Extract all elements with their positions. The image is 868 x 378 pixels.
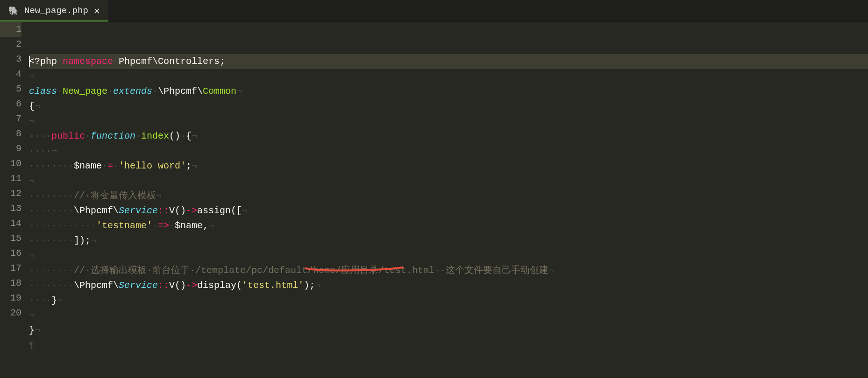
code-line[interactable]: ········//·将变量传入模板¬: [29, 189, 868, 203]
tab-new-page-php[interactable]: 🐘 New_page.php ✕: [0, 0, 108, 21]
code-line[interactable]: ········//·选择输出模板·前台位于·/template/pc/defa…: [29, 263, 868, 278]
code-line[interactable]: ········$name·=·'hello word';¬: [29, 159, 868, 174]
line-number: 14: [0, 216, 21, 231]
code-line[interactable]: ¬: [29, 248, 868, 263]
line-number: 8: [0, 126, 21, 141]
token-ws: ¬: [29, 71, 35, 82]
line-number: 3: [0, 52, 21, 67]
line-number-gutter: 1234567891011121314151617181920: [0, 22, 29, 353]
token-ws: ¬: [315, 280, 320, 291]
token-op: =: [107, 161, 113, 171]
token-punct: \Phpcmf\: [74, 205, 119, 216]
token-ws: ····: [29, 131, 51, 141]
code-line[interactable]: ····public·function·index()·{¬: [29, 129, 868, 144]
line-number: 4: [0, 67, 21, 82]
token-ws: ·: [57, 56, 63, 67]
code-line[interactable]: ¶: [29, 338, 868, 353]
token-comment: //·将变量传入模板: [74, 190, 156, 201]
token-var: $name: [175, 220, 203, 231]
token-servicecls: Service: [119, 280, 158, 291]
token-punct: assign([: [197, 205, 242, 216]
code-line[interactable]: ¬: [29, 69, 868, 84]
line-number: 10: [0, 156, 21, 171]
token-ws: ·: [113, 56, 119, 67]
token-funcname: index: [141, 131, 169, 141]
code-editor[interactable]: 1234567891011121314151617181920 <?php·na…: [0, 22, 868, 353]
line-number: 9: [0, 141, 21, 156]
line-number: 19: [0, 291, 21, 306]
token-ws: ·: [113, 161, 119, 171]
token-servicecls: Service: [119, 205, 158, 216]
token-ws: ¬: [35, 325, 40, 336]
token-storage: extends: [113, 86, 152, 97]
line-number: 16: [0, 246, 21, 261]
token-punct: display(: [197, 280, 242, 291]
code-content[interactable]: <?php·namespace·Phpcmf\Controllers;¬¬cla…: [29, 22, 868, 353]
token-punct: V(): [169, 205, 186, 216]
tab-bar: 🐘 New_page.php ✕: [0, 0, 868, 22]
token-ws: ········: [29, 205, 74, 216]
token-ws: ········: [29, 265, 74, 276]
code-line[interactable]: ········\Phpcmf\Service::V()->assign([¬: [29, 203, 868, 218]
code-line[interactable]: ¬: [29, 174, 868, 189]
code-line[interactable]: ····¬: [29, 144, 868, 159]
token-punct: ,: [203, 220, 208, 231]
token-ws: ¬: [35, 101, 40, 112]
token-ws: ¬: [208, 220, 214, 231]
token-punct: Phpcmf\Controllers: [119, 56, 220, 67]
line-number: 18: [0, 276, 21, 291]
token-punct: ;: [186, 161, 192, 171]
token-ws: ·: [152, 220, 158, 231]
token-keyword: namespace: [63, 56, 113, 67]
token-punct: V(): [169, 280, 186, 291]
token-classname: New_page: [63, 86, 107, 97]
token-op: ->: [186, 205, 197, 216]
token-classname: Common: [203, 86, 236, 97]
token-ws: ¬: [548, 265, 554, 276]
token-storage: function: [91, 131, 135, 141]
token-ws: ¬: [156, 190, 162, 201]
line-number: 12: [0, 186, 21, 201]
tab-title: New_page.php: [24, 6, 88, 16]
token-op: ::: [158, 205, 169, 216]
code-line[interactable]: {¬: [29, 99, 868, 114]
token-op: ::: [158, 280, 169, 291]
token-ws: ········: [29, 161, 74, 171]
code-line[interactable]: class·New_page·extends·\Phpcmf\Common¬: [29, 84, 868, 99]
token-ws: ·: [180, 131, 186, 141]
token-ws: ········: [29, 235, 74, 246]
token-ws: ¬: [57, 295, 63, 306]
code-line[interactable]: }¬: [29, 323, 868, 338]
token-ws: ·: [85, 131, 91, 141]
token-ws: ·: [57, 86, 63, 97]
close-icon[interactable]: ✕: [94, 5, 100, 17]
line-number: 1: [0, 22, 21, 37]
code-line[interactable]: <?php·namespace·Phpcmf\Controllers;¬: [29, 54, 868, 69]
token-string: 'hello word': [119, 161, 186, 171]
code-line[interactable]: ············'testname'·=>·$name,¬: [29, 218, 868, 233]
token-punct: {: [186, 131, 192, 141]
token-ws: ¬: [236, 86, 242, 97]
line-number: 2: [0, 37, 21, 52]
token-string: 'test.html': [242, 280, 304, 291]
token-punct: \Phpcmf\: [74, 280, 119, 291]
code-line[interactable]: ¬: [29, 114, 868, 129]
php-file-icon: 🐘: [8, 6, 19, 16]
line-number: 15: [0, 231, 21, 246]
token-ws: ¬: [29, 250, 35, 261]
line-number: 17: [0, 261, 21, 276]
line-number: 11: [0, 171, 21, 186]
token-punct: \Phpcmf\: [158, 86, 203, 97]
token-ws: ¬: [29, 116, 35, 126]
code-line[interactable]: ········]);¬: [29, 233, 868, 248]
token-string: 'testname': [96, 220, 152, 231]
token-ws: ·: [152, 86, 158, 97]
token-punct: );: [304, 280, 315, 291]
code-line[interactable]: ····}¬: [29, 293, 868, 308]
code-line[interactable]: ¬: [29, 308, 868, 323]
token-punct: }: [29, 325, 35, 336]
code-line[interactable]: ········\Phpcmf\Service::V()->display('t…: [29, 278, 868, 293]
token-tag: <?php: [29, 56, 57, 67]
line-number: 5: [0, 82, 21, 97]
token-ws: ¬: [29, 175, 35, 186]
